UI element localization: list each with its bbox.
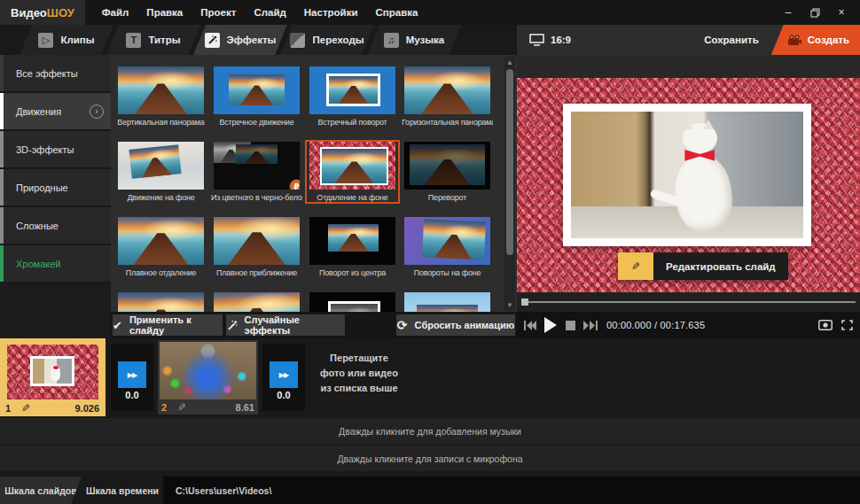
- effect-item-partial[interactable]: [307, 292, 398, 312]
- tab-slide-scale[interactable]: Шкала слайдов: [0, 477, 82, 504]
- music-track-row[interactable]: Дважды кликните для добавления музыки: [0, 418, 860, 444]
- sidebar-item-chromakey[interactable]: Хромакей: [0, 245, 111, 283]
- seek-track[interactable]: [523, 301, 856, 303]
- effect-motion-on-background[interactable]: Движение на фоне: [115, 142, 207, 202]
- sidebar-item-3d-effects[interactable]: 3D-эффекты: [0, 131, 111, 169]
- effect-thumbnail: [118, 217, 204, 265]
- aspect-ratio-control[interactable]: 16:9: [529, 34, 571, 46]
- tab-music-label: Музыка: [406, 35, 445, 45]
- scroll-down-icon[interactable]: ▼: [504, 299, 515, 310]
- paid-badge-icon: ₽: [289, 179, 300, 190]
- sidebar-item-label: Сложные: [16, 221, 59, 231]
- transition-2[interactable]: ▶▶ 0.0: [262, 344, 305, 411]
- tab-effects[interactable]: Эффекты: [193, 25, 287, 55]
- slide-preview-canvas[interactable]: ✎ Редактировать слайд: [517, 78, 860, 292]
- effect-rotate-from-center[interactable]: Поворот из центра: [307, 217, 398, 277]
- menu-help[interactable]: Справка: [367, 7, 426, 18]
- edit-pencil-icon[interactable]: ✎: [21, 402, 30, 415]
- scrollbar-thumb[interactable]: [506, 69, 513, 255]
- effect-zoom-out-on-background[interactable]: Отдаление на фоне: [307, 142, 398, 202]
- effect-thumbnail: [214, 292, 300, 312]
- tab-transitions[interactable]: Переходы: [280, 25, 374, 55]
- effect-horizontal-panorama[interactable]: Горизонтальная панорама: [402, 66, 493, 127]
- transition-1[interactable]: ▶▶ 0.0: [111, 344, 153, 411]
- slide-1-info: 1 ✎ 9.026: [0, 402, 106, 415]
- effect-label: Из цветного в черно-белое: [211, 193, 302, 202]
- effect-smooth-zoom-in[interactable]: Плавное приближение: [211, 217, 302, 277]
- seek-handle[interactable]: [521, 299, 528, 306]
- play-button[interactable]: [543, 317, 558, 333]
- random-button-label: Случайные эффекты: [245, 314, 345, 336]
- create-button[interactable]: Создать: [771, 25, 860, 55]
- slide-number: 1: [5, 403, 11, 414]
- restore-button[interactable]: [803, 4, 826, 21]
- menu-edit[interactable]: Правка: [138, 7, 191, 18]
- effect-flip[interactable]: Переворот: [402, 142, 493, 202]
- sidebar-item-label: Хромакей: [16, 259, 60, 269]
- previous-slide-button[interactable]: [524, 321, 536, 330]
- effect-label: Встречный поворот: [307, 118, 398, 127]
- effect-item-partial[interactable]: [211, 292, 302, 312]
- fullscreen-icon[interactable]: [841, 320, 853, 330]
- slide-2-thumbnail: [160, 342, 256, 399]
- effect-smooth-zoom-out[interactable]: Плавное отдаление: [115, 217, 207, 277]
- tab-clips-label: Клипы: [60, 35, 94, 45]
- tab-titles[interactable]: T Титры: [106, 25, 200, 55]
- timeline-slide-1[interactable]: 1 ✎ 9.026: [0, 338, 106, 416]
- create-button-label: Создать: [808, 35, 849, 45]
- effect-label: Повороты на фоне: [402, 268, 493, 277]
- slide-duration: 9.026: [74, 403, 99, 414]
- drop-hint: Перетащите фото или видео из списка выше: [301, 351, 417, 396]
- tab-music[interactable]: ♫ Музыка: [367, 25, 461, 55]
- effect-item-partial[interactable]: [402, 292, 493, 312]
- menu-items: Файл Правка Проект Слайд Настройки Справ…: [94, 0, 426, 25]
- effect-counter-rotation[interactable]: Встречный поворот: [307, 66, 398, 127]
- menu-slide[interactable]: Слайд: [246, 7, 293, 18]
- seek-bar[interactable]: [517, 292, 860, 312]
- random-effects-button[interactable]: Случайные эффекты: [226, 314, 345, 336]
- category-strip: [0, 245, 4, 282]
- effect-counter-motion[interactable]: Встречное движение: [211, 66, 302, 127]
- tab-row: ▷ Клипы T Титры Эффекты Переходы ♫ Музык…: [0, 25, 860, 55]
- menu-project[interactable]: Проект: [192, 7, 244, 18]
- category-strip: [0, 55, 4, 91]
- menu-file[interactable]: Файл: [94, 7, 137, 18]
- sidebar-item-motions[interactable]: Движения ›: [0, 93, 111, 131]
- edit-pencil-icon[interactable]: ✎: [177, 401, 186, 414]
- tab-clips[interactable]: ▷ Клипы: [20, 25, 113, 55]
- effect-label: Переворот: [402, 193, 493, 202]
- snapshot-icon[interactable]: [818, 320, 833, 330]
- reset-animation-button[interactable]: ⟳ Сбросить анимацию: [396, 314, 515, 336]
- tab-time-scale[interactable]: Шкала времени: [82, 477, 163, 504]
- microphone-hint: Дважды кликните для записи с микрофона: [337, 454, 522, 464]
- edit-slide-button[interactable]: ✎ Редактировать слайд: [618, 252, 788, 280]
- statusbar: Шкала слайдов Шкала времени C:\Users\use…: [0, 477, 860, 504]
- next-slide-button[interactable]: [583, 321, 598, 330]
- effect-item-partial[interactable]: [115, 292, 207, 312]
- close-button[interactable]: ×: [830, 4, 853, 21]
- effect-thumbnail: [118, 292, 204, 312]
- sidebar-item-complex[interactable]: Сложные: [0, 207, 111, 245]
- effect-rotations-on-background[interactable]: Повороты на фоне: [402, 217, 493, 277]
- effects-scrollbar[interactable]: ▲ ▼: [504, 57, 515, 310]
- timeline-slide-2[interactable]: 2 ✎ 8.61: [158, 340, 258, 415]
- transition-arrows-icon[interactable]: ▶▶: [118, 361, 146, 388]
- microphone-track-row[interactable]: Дважды кликните для записи с микрофона: [0, 446, 860, 471]
- effect-thumbnail: [309, 292, 395, 312]
- apply-to-slide-button[interactable]: ✔ Применить к слайду: [113, 314, 223, 336]
- stop-button[interactable]: [566, 321, 575, 330]
- effect-color-to-bw[interactable]: ₽ Из цветного в черно-белое: [211, 142, 302, 202]
- scroll-up-icon[interactable]: ▲: [504, 57, 515, 67]
- transition-arrows-icon[interactable]: ▶▶: [270, 361, 298, 388]
- category-strip: [0, 207, 4, 244]
- minimize-button[interactable]: –: [777, 4, 800, 21]
- sidebar-item-all-effects[interactable]: Все эффекты: [0, 55, 111, 93]
- effect-vertical-panorama[interactable]: Вертикальная панорама: [115, 66, 207, 127]
- slide-2-info: 2 ✎ 8.61: [161, 401, 254, 414]
- effect-label: Вертикальная панорама: [115, 118, 207, 127]
- menu-settings[interactable]: Настройки: [296, 7, 366, 18]
- effect-thumbnail: [309, 217, 395, 265]
- save-button[interactable]: Сохранить: [692, 25, 771, 55]
- magic-wand-icon: [205, 33, 220, 48]
- sidebar-item-nature[interactable]: Природные: [0, 169, 111, 207]
